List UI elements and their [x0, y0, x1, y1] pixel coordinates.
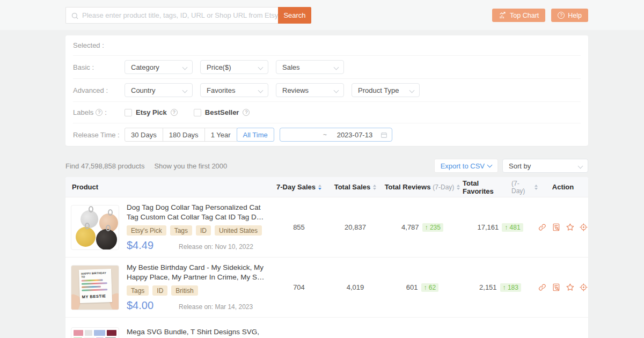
target-icon[interactable] — [579, 283, 588, 292]
col-header-total-favorites-label: Total Favorites — [463, 179, 509, 195]
total-favorites-value: 2,151 — [479, 283, 497, 291]
total-sales-value: 20,837 — [328, 223, 382, 231]
release-date-text: Release on: Mar 14, 2023 — [179, 303, 253, 311]
checkbox[interactable] — [125, 109, 132, 116]
favorites-delta-badge: ↑ 183 — [500, 283, 521, 292]
bestseller-checkbox-item[interactable]: BestSeller — [194, 108, 250, 116]
shown-count-text: Show you the first 2000 — [154, 162, 227, 170]
product-title[interactable]: Dog Tag Dog Collar Tag Personalized Cat … — [127, 203, 267, 222]
release-time-segmented: 30 Days 180 Days 1 Year All Time — [125, 128, 274, 142]
chevron-down-icon — [487, 163, 493, 168]
labels-label: Labels : — [73, 108, 125, 116]
col-header-total-favorites[interactable]: Total Favorites (7-Day) — [463, 179, 538, 195]
product-image[interactable] — [71, 205, 119, 250]
col-header-total-sales-label: Total Sales — [334, 183, 371, 191]
release-30-days-button[interactable]: 30 Days — [125, 128, 163, 142]
gold-tag-shape — [76, 227, 96, 247]
top-bar: Search Top Chart Help — [65, 0, 588, 24]
bestseller-label: BestSeller — [205, 108, 239, 116]
col-header-7day-sales[interactable]: 7-Day Sales — [269, 183, 328, 191]
reviews-delta-badge: ↑ 62 — [421, 283, 439, 292]
sort-carets-icon[interactable] — [373, 185, 376, 190]
svg-thumb-block — [94, 330, 106, 336]
table-row: Dog Tag Dog Collar Tag Personalized Cat … — [65, 197, 588, 258]
star-icon[interactable] — [566, 223, 575, 232]
product-type-dropdown[interactable]: Product Type — [352, 83, 420, 97]
tags-badge: Tags — [170, 225, 192, 236]
date-range-end[interactable]: 2023-07-13 — [329, 131, 380, 139]
chevron-down-icon — [578, 164, 583, 169]
etsys-pick-badge: Etsy's Pick — [127, 225, 166, 236]
chevron-down-icon — [334, 65, 339, 70]
product-price: $4.49 — [127, 239, 153, 252]
reviews-delta-badge: ↑ 235 — [422, 223, 443, 232]
7day-sales-value: 704 — [269, 283, 328, 291]
release-date-range-input[interactable]: ~ 2023-07-13 — [280, 128, 392, 142]
search-button[interactable]: Search — [278, 7, 311, 24]
top-chart-label: Top Chart — [510, 12, 539, 19]
chevron-down-icon — [258, 65, 264, 70]
favorites-delta-badge: ↑ 481 — [502, 223, 523, 232]
question-circle-icon[interactable] — [243, 109, 250, 116]
sales-dropdown[interactable]: Sales — [276, 60, 344, 74]
search-icon — [71, 12, 79, 20]
svg-thumb-block — [74, 330, 83, 336]
product-title[interactable]: My Bestie Birthday Card - My Sidekick, M… — [127, 263, 267, 282]
card-heading-text: HAPPY BIRTHDAY TO — [81, 271, 109, 278]
svg-thumb-block — [107, 330, 116, 336]
total-reviews-value: 4,787 — [401, 223, 419, 231]
filter-panel: Selected : Basic : Category Price($) Sal… — [65, 35, 588, 146]
black-tag-shape — [96, 229, 117, 250]
col-header-product: Product — [65, 183, 269, 191]
product-price: $4.00 — [127, 299, 153, 312]
favorites-dropdown[interactable]: Favorites — [200, 83, 268, 97]
sort-carets-icon[interactable] — [318, 185, 321, 190]
search-input[interactable] — [66, 8, 278, 23]
export-csv-button[interactable]: Export to CSV — [434, 159, 498, 173]
table-row: Mega SVG Bundle, T Shirt Designs SVG, Sv… — [65, 318, 588, 338]
col-header-total-favorites-sub: (7-Day) — [511, 180, 532, 195]
price-dropdown[interactable]: Price($) — [200, 60, 268, 74]
chevron-down-icon — [182, 88, 188, 93]
export-csv-label: Export to CSV — [441, 162, 485, 170]
star-icon[interactable] — [566, 283, 575, 292]
country-badge: British — [171, 285, 197, 296]
category-dropdown[interactable]: Category — [125, 60, 193, 74]
chevron-down-icon — [182, 65, 188, 70]
report-search-icon[interactable] — [552, 223, 561, 232]
country-dropdown[interactable]: Country — [125, 83, 193, 97]
reviews-dropdown[interactable]: Reviews — [276, 83, 344, 97]
country-dropdown-label: Country — [131, 86, 156, 94]
target-icon[interactable] — [579, 223, 588, 232]
release-180-days-button[interactable]: 180 Days — [163, 128, 205, 142]
col-header-total-sales[interactable]: Total Sales — [328, 183, 382, 191]
country-badge: United States — [215, 225, 262, 236]
release-all-time-button[interactable]: All Time — [237, 128, 274, 142]
total-favorites-value: 17,161 — [477, 223, 499, 231]
link-icon[interactable] — [538, 283, 547, 292]
results-bar: Find 47,598,858 products Show you the fi… — [65, 159, 588, 173]
col-header-total-reviews[interactable]: Total Reviews (7-Day) — [382, 183, 463, 191]
question-circle-icon[interactable] — [171, 109, 178, 116]
labels-colon: : — [105, 108, 107, 116]
report-search-icon[interactable] — [552, 283, 561, 292]
col-header-7day-sales-label: 7-Day Sales — [276, 183, 316, 191]
etsy-pick-label: Etsy Pick — [136, 108, 167, 116]
sort-by-select[interactable]: Sort by — [502, 159, 588, 173]
top-chart-button[interactable]: Top Chart — [492, 9, 545, 22]
date-range-separator: ~ — [321, 131, 329, 138]
product-image[interactable] — [71, 327, 119, 338]
sales-dropdown-label: Sales — [282, 63, 300, 71]
checkbox[interactable] — [194, 109, 201, 116]
sort-carets-icon[interactable] — [457, 185, 460, 190]
link-icon[interactable] — [538, 223, 547, 232]
release-1-year-button[interactable]: 1 Year — [204, 128, 237, 142]
help-button[interactable]: Help — [551, 9, 588, 22]
product-image[interactable]: HAPPY BIRTHDAY TO MY BESTIE — [71, 265, 119, 310]
product-title[interactable]: Mega SVG Bundle, T Shirt Designs SVG, Sv… — [127, 327, 267, 338]
sort-by-label: Sort by — [509, 162, 531, 170]
question-circle-icon[interactable] — [96, 109, 103, 116]
table-header-row: Product 7-Day Sales Total Sales Total Re… — [65, 177, 588, 197]
calendar-icon[interactable] — [380, 131, 387, 138]
etsy-pick-checkbox-item[interactable]: Etsy Pick — [125, 108, 178, 116]
